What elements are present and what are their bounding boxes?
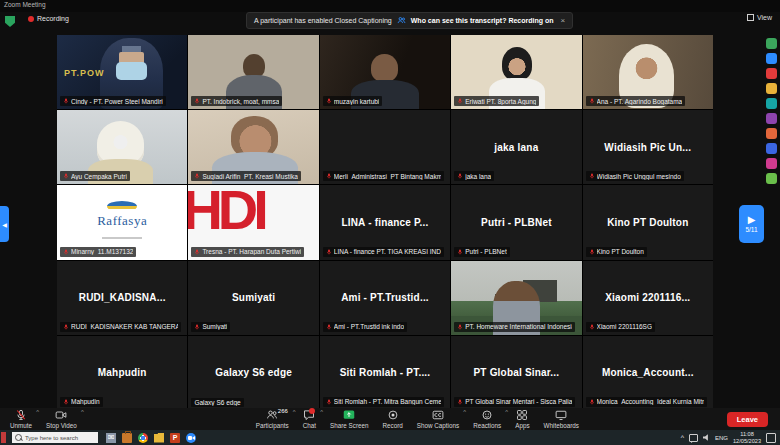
meeting-info-shield-icon[interactable] (5, 16, 15, 27)
chevron-up-icon[interactable]: ^ (81, 409, 84, 415)
pinned-app-icon[interactable] (766, 113, 777, 124)
gallery-prev-page-button[interactable]: ◀ (0, 206, 9, 242)
participant-tile[interactable]: Xiaomi 2201116...Xiaomi 2201116SG (583, 261, 713, 335)
action-center-icon[interactable] (766, 433, 776, 443)
participant-tile[interactable]: Ayu Cempaka Putri (57, 110, 187, 184)
muted-mic-icon (194, 248, 200, 256)
zoom-app-icon[interactable] (186, 433, 196, 443)
briefcase-app-icon[interactable] (122, 433, 132, 443)
toolbar-item-label: Participants (256, 422, 289, 429)
participant-name-label: Minarny_11.M137132 (60, 247, 136, 257)
pinned-app-icon[interactable] (766, 53, 777, 64)
participant-tile[interactable]: Widiasih Pic Un...Widiasih Pic Unggul me… (583, 110, 713, 184)
window-titlebar: Zoom Meeting (0, 0, 780, 12)
tray-chevron-icon[interactable]: ^ (681, 434, 684, 441)
tray-language[interactable]: ENG (715, 435, 728, 441)
participant-name-label: Monica_Accounting_Ideal Kurnia Mitra (586, 397, 707, 407)
participant-tile[interactable]: Galaxy S6 edgeGalaxy S6 edge (188, 336, 318, 410)
apps-button[interactable]: Apps (508, 409, 536, 429)
participants-count-badge: 266 (278, 408, 288, 414)
banner-close-icon[interactable]: × (561, 16, 566, 25)
gallery-next-page-button[interactable]: ▶ 5/11 (739, 205, 764, 243)
company-logo-text: HDI (188, 185, 263, 242)
participant-display-name: LINA - finance P... (337, 217, 432, 228)
tray-speaker-icon[interactable] (703, 434, 710, 441)
muted-mic-icon (326, 398, 332, 406)
transcript-visibility-link[interactable]: Who can see this transcript? Recording o… (411, 17, 554, 24)
participant-tile[interactable]: RUDI_KADISNA...RUDI_KADISNAKER KAB TANGE… (57, 261, 187, 335)
company-logo-text: Raffasya (57, 213, 187, 229)
whiteboards-button[interactable]: Whiteboards (537, 409, 586, 429)
participant-tile[interactable]: PT Global Sinar...PT Global Sinar Mentar… (451, 336, 581, 410)
apps-icon (516, 409, 528, 421)
whiteboards-icon (555, 409, 567, 421)
participant-name-label: Galaxy S6 edge (191, 398, 243, 407)
stop-video-button[interactable]: Stop Video^ (39, 409, 84, 429)
unmute-button[interactable]: Unmute^ (3, 409, 39, 429)
chat-button[interactable]: Chat^ (296, 409, 323, 429)
muted-mic-icon (326, 248, 332, 256)
leave-button[interactable]: Leave (727, 412, 768, 427)
participant-tile[interactable]: jaka lanajaka lana (451, 110, 581, 184)
participant-tile[interactable]: Kino PT DoultonKino PT Doulton (583, 185, 713, 259)
toolbar-item-label: Show Captions (417, 422, 459, 429)
view-button[interactable]: View (747, 14, 772, 21)
file-explorer-icon[interactable] (154, 433, 164, 443)
pinned-app-icon[interactable] (766, 158, 777, 169)
pinned-app-icon[interactable] (766, 173, 777, 184)
participant-tile[interactable]: HDITresna - PT. Harapan Duta Pertiwi (188, 185, 318, 259)
reactions-button[interactable]: Reactions^ (466, 409, 508, 429)
participant-tile[interactable]: muzayin kartubi (320, 35, 450, 109)
record-button[interactable]: Record (376, 409, 410, 429)
taskbar-search-input[interactable]: Type here to search (12, 432, 98, 443)
participants-button[interactable]: Participants266^ (249, 409, 296, 429)
pinned-app-icon[interactable] (766, 98, 777, 109)
powerpoint-icon[interactable]: P (170, 433, 180, 443)
participant-tile[interactable]: Sugiadi Arifin_PT. Kreasi Mustika (188, 110, 318, 184)
participant-tile[interactable]: LINA - finance P...LINA - finance PT. TI… (320, 185, 450, 259)
captions-icon (432, 409, 444, 421)
participants-blue-icon (397, 16, 406, 25)
system-tray: ^ ENG 11:08 12/05/2023 (681, 431, 776, 444)
share-screen-button[interactable]: Share Screen (323, 409, 376, 429)
pinned-app-icon[interactable] (766, 128, 777, 139)
participant-tile[interactable]: PT. Homeware International Indonesia_Abd… (451, 261, 581, 335)
participant-name-label: Cindy - PT. Power Steel Mandiri (60, 96, 166, 106)
recording-indicator: Recording (28, 15, 69, 22)
participant-tile[interactable]: RaffasyaMinarny_11.M137132 (57, 185, 187, 259)
participant-tile[interactable]: PT. Indobrick, moat, mmsa (188, 35, 318, 109)
tray-clock[interactable]: 11:08 12/05/2023 (733, 431, 761, 444)
mail-app-icon[interactable]: ✉ (106, 433, 116, 443)
muted-mic-icon (589, 172, 595, 180)
participant-name-label: Merli_Administrasi_PT Bintang Makmur Cem… (323, 171, 444, 181)
pinned-app-icon[interactable] (766, 68, 777, 79)
pinned-app-icon[interactable] (766, 143, 777, 154)
toolbar-item-label: Apps (515, 422, 529, 429)
pinned-app-icon[interactable] (766, 38, 777, 49)
chrome-icon[interactable] (138, 433, 148, 443)
participant-display-name: Sumiyati (228, 292, 279, 303)
participant-tile[interactable]: Monica_Account...Monica_Accounting_Ideal… (583, 336, 713, 410)
show-captions-button[interactable]: Show Captions^ (410, 409, 466, 429)
participant-tile[interactable]: Siti Romlah - PT....Siti Romlah - PT. Mi… (320, 336, 450, 410)
pinned-app-icon[interactable] (766, 83, 777, 94)
participant-display-name: RUDI_KADISNA... (75, 292, 170, 303)
participant-tile[interactable]: Eriwati PT. 8porta Agung (451, 35, 581, 109)
participant-name-label: Eriwati PT. 8porta Agung (454, 96, 539, 106)
tray-chat-icon[interactable] (689, 434, 698, 442)
participant-tile[interactable]: Merli_Administrasi_PT Bintang Makmur Cem… (320, 110, 450, 184)
participant-tile[interactable]: MahpudinMahpudin (57, 336, 187, 410)
taskbar-edge-icon[interactable] (1, 432, 6, 443)
participant-name-label: Kino PT Doulton (586, 247, 647, 257)
participant-name-label: Ami - PT.Trustid ink indo (323, 322, 407, 332)
participants-icon (266, 409, 278, 421)
participant-tile[interactable]: Putri - PLBNetPutri - PLBNet (451, 185, 581, 259)
toolbar-item-label: Stop Video (46, 422, 77, 429)
participant-tile[interactable]: Ana - PT. Agarindo Bogatama (583, 35, 713, 109)
next-arrow-icon: ▶ (748, 215, 756, 225)
participant-tile[interactable]: Ami - PT.Trustid...Ami - PT.Trustid ink … (320, 261, 450, 335)
participant-name-label: PT. Indobrick, moat, mmsa (191, 96, 282, 106)
participant-tile[interactable]: PT.POWCindy - PT. Power Steel Mandiri (57, 35, 187, 109)
banner-text: A participant has enabled Closed Caption… (254, 17, 392, 24)
participant-tile[interactable]: SumiyatiSumiyati (188, 261, 318, 335)
